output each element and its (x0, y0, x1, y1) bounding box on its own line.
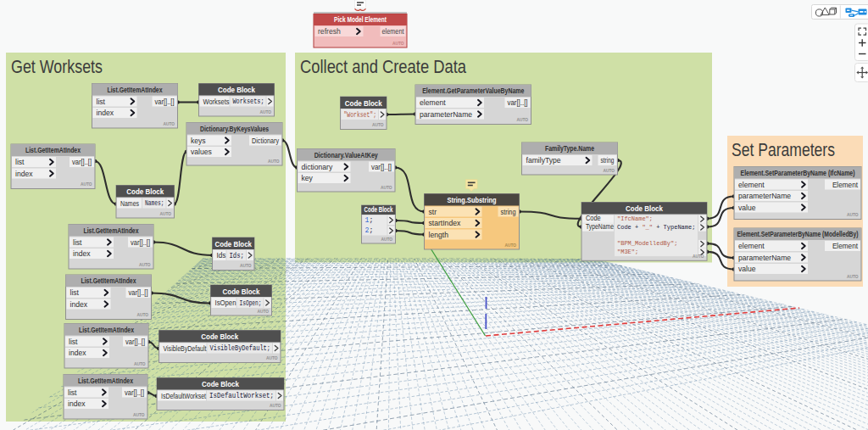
svg-text:list: list (15, 158, 25, 166)
svg-text:AUTO: AUTO (381, 186, 392, 190)
svg-text:Dictionary.ByKeysValues: Dictionary.ByKeysValues (200, 125, 269, 133)
svg-text:AUTO: AUTO (240, 264, 252, 268)
svg-text:str: str (429, 208, 437, 216)
svg-text:Dictionary.ValueAtKey: Dictionary.ValueAtKey (314, 151, 378, 159)
svg-text:parameterName: parameterName (738, 192, 791, 200)
svg-text:VisibleByDefault;: VisibleByDefault; (210, 344, 271, 352)
svg-text:Worksets;: Worksets; (233, 98, 264, 105)
svg-text:FamilyType.Name: FamilyType.Name (545, 144, 594, 153)
svg-text:AUTO: AUTO (847, 213, 859, 217)
svg-text:Element.SetParameterByName (Mo: Element.SetParameterByName (ModelledBy) (737, 230, 859, 238)
svg-text:Ids: Ids (217, 251, 226, 260)
svg-text:index: index (69, 349, 86, 357)
svg-text:AUTO: AUTO (268, 159, 280, 164)
svg-text:AUTO: AUTO (516, 118, 528, 122)
svg-text:var[]..[]: var[]..[] (155, 98, 175, 106)
svg-text:IsDefaultWorkset;: IsDefaultWorkset; (209, 392, 274, 399)
svg-text:element: element (382, 27, 405, 36)
svg-text:index: index (70, 300, 88, 309)
svg-text:parameterName: parameterName (420, 110, 472, 119)
svg-text:AUTO: AUTO (257, 310, 269, 314)
svg-text:Element.GetParameterValueByNam: Element.GetParameterValueByName (422, 87, 524, 95)
svg-text:Worksets: Worksets (203, 98, 230, 106)
svg-text:length: length (429, 231, 449, 239)
svg-text:Element: Element (832, 181, 859, 189)
svg-text:IsOpen;: IsOpen; (240, 299, 262, 307)
svg-text:var[]..[]: var[]..[] (125, 338, 145, 346)
svg-text:AUTO: AUTO (81, 182, 92, 187)
svg-text:AUTO: AUTO (163, 122, 175, 126)
svg-text:Set Parameters: Set Parameters (732, 140, 835, 160)
svg-text:Element: Element (832, 242, 859, 250)
svg-text:Names: Names (120, 199, 139, 208)
svg-text:Names;: Names; (145, 199, 164, 207)
svg-text:list: list (70, 288, 80, 297)
svg-text:string: string (501, 208, 516, 216)
svg-text:AUTO: AUTO (372, 123, 384, 127)
svg-text:;: ; (369, 226, 373, 234)
svg-text:element: element (738, 181, 765, 189)
svg-text:"M3E";: "M3E"; (617, 249, 638, 255)
svg-text:var[]..[]: var[]..[] (129, 288, 148, 297)
svg-text:Code Block: Code Block (215, 240, 253, 249)
svg-text:refresh: refresh (318, 27, 341, 36)
svg-text:index: index (73, 249, 91, 258)
svg-text:Collect and Create Data: Collect and Create Data (300, 57, 466, 77)
svg-text:AUTO: AUTO (603, 169, 615, 173)
svg-text:string: string (601, 156, 615, 165)
svg-text:AUTO: AUTO (270, 404, 281, 408)
svg-text:var[]..[]: var[]..[] (131, 238, 150, 247)
svg-text:value: value (738, 265, 756, 273)
svg-text:AUTO: AUTO (266, 356, 278, 360)
svg-text:AUTO: AUTO (136, 313, 148, 317)
svg-text:List.GetItemAtIndex: List.GetItemAtIndex (81, 276, 136, 285)
svg-text:"BPM_ModelledBy";: "BPM_ModelledBy"; (617, 240, 677, 247)
svg-text:Code Block: Code Block (126, 187, 164, 196)
svg-text:list: list (97, 98, 106, 106)
svg-text:element: element (420, 98, 446, 107)
svg-text:IsDefaultWorkset: IsDefaultWorkset (161, 392, 206, 400)
svg-text:index: index (97, 109, 114, 117)
svg-text:Get Worksets: Get Worksets (11, 57, 103, 77)
svg-text:IsOpen: IsOpen (215, 299, 236, 307)
svg-text:Element.SetParameterByName (If: Element.SetParameterByName (IfcName) (741, 169, 855, 177)
svg-text:dictionary: dictionary (302, 163, 333, 171)
svg-text:Pick Model Element: Pick Model Element (334, 15, 387, 24)
svg-text:parameterName: parameterName (738, 254, 791, 262)
svg-text:AUTO: AUTO (392, 42, 404, 46)
svg-text:"Workset";: "Workset"; (344, 111, 377, 119)
svg-text:Code Block: Code Block (201, 332, 238, 341)
svg-text:values: values (191, 148, 212, 156)
svg-text:Code Block: Code Block (223, 288, 260, 296)
svg-text:List.GetItemAtIndex: List.GetItemAtIndex (78, 377, 133, 385)
svg-text:"_": "_" (642, 224, 653, 231)
svg-text:var[]..[]: var[]..[] (508, 98, 528, 107)
svg-text:AUTO: AUTO (847, 275, 859, 279)
svg-text:familyType: familyType (526, 156, 561, 165)
svg-text:Dictionary: Dictionary (252, 137, 280, 145)
svg-text:"IfcName";: "IfcName"; (617, 215, 653, 222)
svg-text:list: list (69, 338, 78, 346)
svg-text:Code +: Code + (617, 224, 642, 231)
svg-text:Code Block: Code Block (345, 99, 382, 108)
svg-text:AUTO: AUTO (504, 243, 516, 248)
svg-text:AUTO: AUTO (133, 413, 145, 417)
svg-text:list: list (73, 238, 82, 247)
svg-text:List.GetItemAtIndex: List.GetItemAtIndex (25, 146, 81, 154)
svg-text:AUTO: AUTO (259, 110, 271, 114)
svg-text:Code Block: Code Block (202, 380, 239, 388)
svg-text:var[]..[]: var[]..[] (125, 388, 144, 397)
svg-text:index: index (15, 170, 33, 178)
svg-text:Code: Code (586, 214, 601, 222)
svg-text:List.GetItemAtIndex: List.GetItemAtIndex (84, 226, 139, 235)
svg-text:Code Block: Code Block (364, 205, 393, 214)
svg-text:var[]..[]: var[]..[] (371, 163, 392, 171)
svg-text:AUTO: AUTO (139, 263, 151, 267)
svg-text:key: key (302, 174, 314, 182)
svg-text:keys: keys (191, 137, 206, 145)
svg-text:AUTO: AUTO (381, 237, 392, 242)
svg-text:Ids;: Ids; (230, 252, 245, 260)
svg-text:+ TypeName;: + TypeName; (653, 224, 695, 231)
svg-text:value: value (738, 204, 756, 212)
svg-text:index: index (68, 399, 86, 408)
